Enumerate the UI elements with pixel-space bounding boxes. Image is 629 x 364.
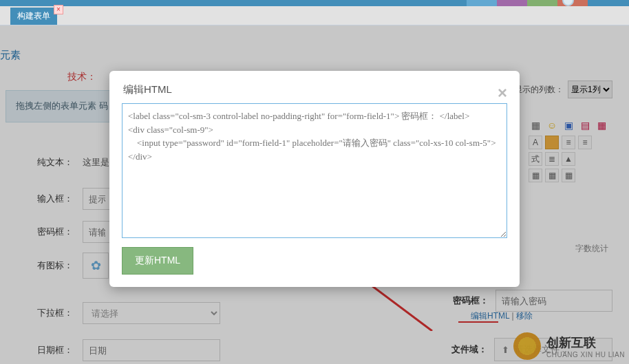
nav-block[interactable]: [497, 0, 527, 6]
tab-label: 构建表单: [17, 11, 50, 21]
update-html-button[interactable]: 更新HTML: [122, 247, 193, 275]
modal-title: 编辑HTML: [109, 71, 520, 103]
top-navbar: [0, 0, 629, 6]
edit-html-modal: 编辑HTML × <label class="col-sm-3 control-…: [109, 71, 520, 287]
nav-block[interactable]: [527, 0, 557, 6]
html-source-textarea[interactable]: <label class="col-sm-3 control-label no-…: [122, 103, 507, 238]
close-icon[interactable]: ×: [498, 83, 507, 103]
tab-build-form[interactable]: 构建表单 ×: [10, 8, 57, 25]
nav-block[interactable]: [467, 0, 497, 6]
modal-overlay[interactable]: 编辑HTML × <label class="col-sm-3 control-…: [0, 25, 629, 364]
tab-bar: 构建表单 ×: [0, 6, 629, 25]
tab-close-icon[interactable]: ×: [54, 5, 63, 14]
